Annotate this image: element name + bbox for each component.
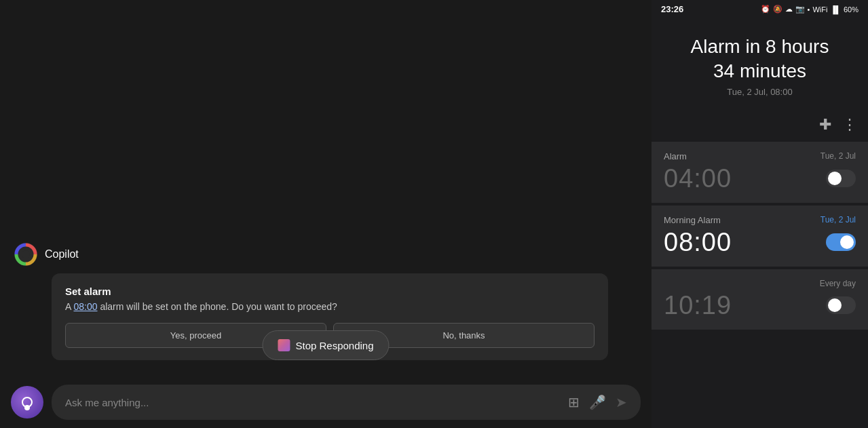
alarm-label: Alarm [664, 151, 687, 161]
wifi-icon: WiFi [812, 5, 827, 14]
alarm-item-bottom: 10:19 [664, 291, 856, 320]
signal-icon: ▐▌ [830, 5, 841, 14]
cloud-icon: ☁ [785, 5, 793, 14]
chat-area: Copilot Set alarm A 08:00 alarm will be … [0, 0, 652, 428]
highlight-time: 08:00 [73, 301, 97, 312]
alarm-toggle[interactable] [826, 233, 856, 251]
add-alarm-icon[interactable]: ✚ [819, 116, 831, 134]
alarm-time: 08:00 [664, 228, 732, 257]
microphone-icon[interactable]: 🎤 [589, 394, 606, 410]
message-title: Set alarm [65, 286, 595, 297]
stop-responding-wrap: Stop Responding [262, 330, 389, 360]
user-avatar-button[interactable] [11, 386, 43, 419]
alarm-item: Morning Alarm Tue, 2 Jul 08:00 [652, 206, 868, 267]
alarm-status-icon: ⏰ [761, 5, 770, 14]
image-upload-icon[interactable]: ⊞ [568, 394, 580, 410]
alarm-item-header: Every day [664, 279, 856, 288]
svg-point-1 [22, 250, 30, 258]
alarm-item: Every day 10:19 [652, 269, 868, 330]
message-body: A 08:00 alarm will be set on the phone. … [65, 301, 595, 312]
alarm-repeat: Every day [820, 279, 856, 288]
alarm-item-header: Morning Alarm Tue, 2 Jul [664, 215, 856, 225]
alarm-item-header: Alarm Tue, 2 Jul [664, 151, 856, 161]
alarm-date: Tue, 2 Jul [820, 151, 856, 161]
alarm-time: 10:19 [664, 291, 732, 320]
more-options-icon[interactable]: ⋮ [842, 116, 857, 134]
stop-responding-label: Stop Responding [295, 340, 373, 351]
avatar-icon [22, 397, 33, 408]
mute-icon: 🔕 [773, 5, 782, 14]
chat-input-box[interactable]: Ask me anything... ⊞ 🎤 ➤ [52, 385, 641, 420]
alarm-toggle[interactable] [826, 170, 856, 187]
alarm-list: Alarm Tue, 2 Jul 04:00 Morning Alarm Tue… [652, 142, 868, 428]
copilot-panel: Copilot Set alarm A 08:00 alarm will be … [0, 0, 652, 428]
alarm-hero: Alarm in 8 hours 34 minutes Tue, 2 Jul, … [652, 18, 868, 111]
stop-responding-button[interactable]: Stop Responding [262, 330, 389, 360]
alarm-time: 04:00 [664, 164, 732, 193]
alarm-toggle[interactable] [826, 296, 856, 314]
alarm-item: Alarm Tue, 2 Jul 04:00 [652, 142, 868, 203]
copilot-name: Copilot [45, 248, 79, 260]
status-time: 23:26 [661, 4, 683, 14]
stop-icon [278, 339, 290, 351]
input-area: Ask me anything... ⊞ 🎤 ➤ [0, 376, 652, 428]
alarm-date: Tue, 2 Jul [820, 215, 856, 225]
dot-indicator: • [808, 5, 810, 14]
alarm-hero-subtitle: Tue, 2 Jul, 08:00 [665, 87, 854, 97]
alarm-label: Morning Alarm [664, 215, 721, 225]
chat-input-placeholder: Ask me anything... [65, 397, 149, 408]
alarm-controls: ✚ ⋮ [652, 111, 868, 142]
copilot-logo-icon [14, 242, 38, 267]
alarm-item-bottom: 08:00 [664, 228, 856, 257]
input-actions: ⊞ 🎤 ➤ [568, 394, 627, 410]
battery-text: 60% [844, 5, 858, 14]
status-bar: 23:26 ⏰ 🔕 ☁ 📷 • WiFi ▐▌ 60% [652, 0, 868, 18]
alarm-panel: 23:26 ⏰ 🔕 ☁ 📷 • WiFi ▐▌ 60% Alarm in 8 h… [652, 0, 868, 428]
send-icon[interactable]: ➤ [616, 394, 627, 410]
alarm-hero-title: Alarm in 8 hours 34 minutes [665, 35, 854, 84]
status-icons: ⏰ 🔕 ☁ 📷 • WiFi ▐▌ 60% [761, 5, 858, 14]
alarm-item-bottom: 04:00 [664, 164, 856, 193]
screenshot-icon: 📷 [795, 5, 805, 14]
